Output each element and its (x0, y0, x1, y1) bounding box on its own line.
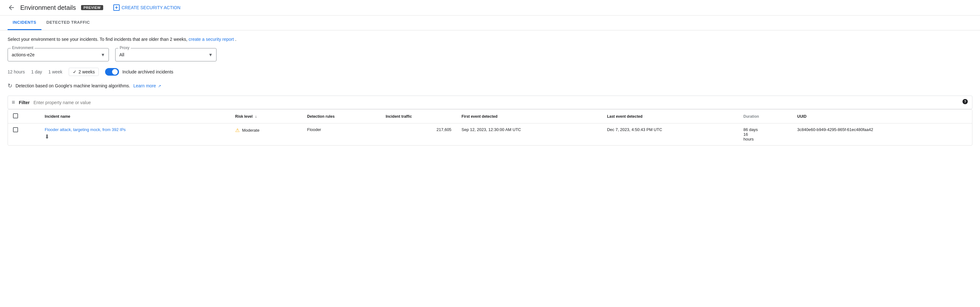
dropdowns-row: Environment actions-e2e ▼ Proxy All ▼ (8, 48, 972, 61)
refresh-icon: ↻ (8, 82, 12, 89)
warning-icon: ⚠ (235, 127, 240, 133)
sort-icon: ↓ (255, 114, 257, 119)
col-last-event: Last event detected (602, 110, 738, 123)
time-filter-2w[interactable]: ✓ 2 weeks (69, 68, 99, 76)
row-checkbox-cell (8, 123, 40, 146)
incidents-table: Incident name Risk level ↓ Detection rul… (8, 109, 972, 146)
table-section: ≡ Filter ? Incident name (8, 95, 972, 146)
external-link-icon: ↗ (158, 84, 161, 88)
col-checkbox (8, 110, 40, 123)
row-incident-name-cell: Flooder attack, targeting mock, from 392… (40, 123, 230, 146)
filter-lines-icon: ≡ (12, 99, 15, 106)
time-filters-row: 12 hours 1 day 1 week ✓ 2 weeks Include … (8, 68, 972, 76)
row-first-event-cell: Sep 12, 2023, 12:30:00 AM UTC (457, 123, 602, 146)
ml-note: ↻ Detection based on Google's machine le… (8, 82, 972, 89)
row-duration-cell: 86 days 16 hours (738, 123, 792, 146)
help-icon[interactable]: ? (962, 99, 968, 107)
archived-toggle[interactable] (105, 68, 119, 76)
filter-bar: ≡ Filter ? (8, 95, 972, 109)
svg-text:?: ? (964, 100, 966, 103)
tab-detected-traffic[interactable]: DETECTED TRAFFIC (41, 16, 95, 30)
table-row: Flooder attack, targeting mock, from 392… (8, 123, 972, 146)
check-icon: ✓ (73, 69, 76, 75)
proxy-select[interactable]: All (115, 48, 216, 61)
tabs-bar: INCIDENTS DETECTED TRAFFIC (0, 16, 980, 30)
time-filter-1w[interactable]: 1 week (48, 68, 62, 76)
back-button[interactable] (8, 4, 15, 11)
col-first-event: First event detected (457, 110, 602, 123)
row-checkbox[interactable] (13, 127, 18, 132)
col-detection-rules: Detection rules (302, 110, 380, 123)
col-incident-name: Incident name (40, 110, 230, 123)
tab-incidents[interactable]: INCIDENTS (8, 16, 41, 30)
time-filter-12h[interactable]: 12 hours (8, 68, 25, 76)
col-incident-traffic: Incident traffic (380, 110, 457, 123)
table: Incident name Risk level ↓ Detection rul… (8, 110, 972, 145)
environment-dropdown-container: Environment actions-e2e ▼ (8, 48, 109, 61)
row-detection-rules-cell: Flooder (302, 123, 380, 146)
info-text: Select your environment to see your inci… (8, 37, 972, 42)
proxy-dropdown-container: Proxy All ▼ (115, 48, 216, 61)
filter-input[interactable] (33, 100, 968, 105)
create-security-action-button[interactable]: + CREATE SECURITY ACTION (113, 5, 180, 11)
archived-label: Include archived incidents (122, 69, 173, 75)
learn-more-link[interactable]: Learn more ↗ (133, 83, 161, 88)
incident-name-link[interactable]: Flooder attack, targeting mock, from 392… (45, 127, 225, 132)
main-content: Select your environment to see your inci… (0, 30, 980, 152)
page-title: Environment details (20, 4, 76, 11)
risk-cell: ⚠ Moderate (235, 127, 297, 133)
col-risk-level[interactable]: Risk level ↓ (230, 110, 302, 123)
proxy-label: Proxy (118, 46, 131, 50)
plus-icon: + (113, 5, 120, 11)
environment-label: Environment (11, 46, 35, 50)
col-duration: Duration (738, 110, 792, 123)
download-icon[interactable]: ⬇ (45, 134, 49, 140)
security-report-link[interactable]: create a security report (189, 37, 234, 42)
archived-toggle-row: Include archived incidents (105, 68, 173, 76)
filter-label: Filter (19, 100, 30, 105)
col-uuid: UUID (792, 110, 972, 123)
toggle-slider (105, 68, 119, 76)
row-traffic-cell: 217,605 (380, 123, 457, 146)
header: Environment details PREVIEW + CREATE SEC… (0, 0, 980, 16)
row-last-event-cell: Dec 7, 2023, 4:50:43 PM UTC (602, 123, 738, 146)
row-uuid-cell: 3c840e60-b949-4295-865f-61ec480faa42 (792, 123, 972, 146)
environment-select[interactable]: actions-e2e (8, 48, 109, 61)
header-checkbox[interactable] (13, 113, 18, 118)
time-filter-1d[interactable]: 1 day (31, 68, 42, 76)
download-icon-cell: ⬇ (45, 133, 225, 140)
row-risk-level-cell: ⚠ Moderate (230, 123, 302, 146)
preview-badge: PREVIEW (81, 5, 103, 10)
table-header-row: Incident name Risk level ↓ Detection rul… (8, 110, 972, 123)
